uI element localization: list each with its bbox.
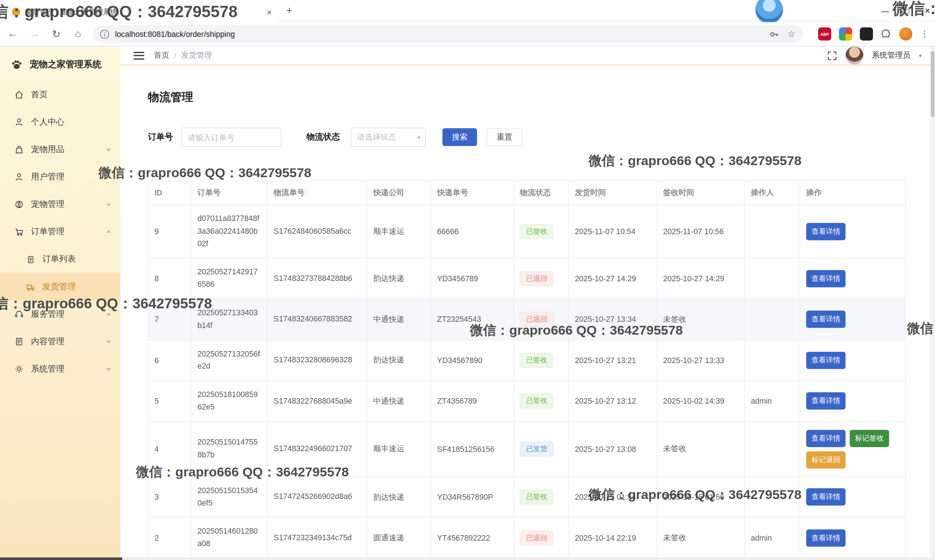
browser-tab[interactable]: 发货管理 - 宠物之家管理系统 × [6,3,278,22]
order-no-label: 订单号 [148,132,173,143]
status-label: 物流状态 [306,132,340,143]
logo: 宠物之家管理系统 [0,46,121,81]
bag-icon [14,145,24,154]
order-no-input[interactable] [181,128,281,146]
sidebar-item-shipping[interactable]: 发货管理 [0,273,121,300]
sidebar-item-orders[interactable]: 订单管理 [0,218,121,246]
view-detail-button[interactable]: 查看详情 [806,429,846,447]
status-badge: 已签收 [520,224,553,239]
chevron-down-icon: ▾ [417,134,420,140]
adblock-extension-icon[interactable]: ABP [818,28,831,40]
breadcrumb: 首页 / 发货管理 [154,50,212,61]
browser-toolbar: ← → ↻ ⌂ i localhost:8081/back/order/ship… [0,22,935,46]
bookmark-star-icon[interactable]: ☆ [787,29,795,39]
table-row: 7 20250527133403b14f S17483240667883582 … [148,299,906,340]
paw-logo-icon [9,57,24,72]
chevron-up-icon [105,228,112,235]
screen: 发货管理 - 宠物之家管理系统 × + — □ × ← → ↻ ⌂ i loca… [0,0,935,560]
headset-icon [14,309,24,319]
window-maximize-button[interactable]: □ [904,6,909,15]
chevron-down-icon [105,365,112,372]
browser-profile-avatar[interactable] [899,28,912,40]
status-badge: 已退回 [520,531,553,545]
new-tab-button[interactable]: + [286,5,292,17]
sidebar-item-content[interactable]: 内容管理 [0,328,121,355]
filter-bar: 订单号 物流状态 请选择状态 ▾ 搜索 重置 [148,128,906,146]
user-name[interactable]: 系统管理员 [872,50,910,61]
user-avatar[interactable] [846,46,863,64]
url-text[interactable]: localhost:8081/back/order/shipping [115,29,763,38]
reset-button[interactable]: 重置 [487,128,523,146]
chevron-down-icon [105,201,112,208]
view-detail-button[interactable]: 查看详情 [806,352,846,369]
fullscreen-icon[interactable] [827,51,837,61]
tab-favicon-icon [12,8,20,16]
status-badge: 已签收 [520,394,553,409]
sidebar-item-order-list[interactable]: 订单列表 [0,246,121,273]
mark-signed-button[interactable]: 标记签收 [850,429,889,447]
gear-icon [14,364,24,374]
status-badge: 已签收 [520,489,553,505]
floating-avatar [756,0,783,23]
bottom-strip [0,557,122,560]
scrollbar-thumb[interactable] [931,51,935,117]
url-bar[interactable]: i localhost:8081/back/order/shipping ☆ [93,25,803,43]
view-detail-button[interactable]: 查看详情 [806,223,846,240]
colorful-extension-icon[interactable] [839,28,852,40]
table-row: 8 202505271429176586 S174832737884288b6 … [148,258,906,299]
view-detail-button[interactable]: 查看详情 [806,393,846,410]
table-row: 4 202505150147558b7b S17483224966021707 … [148,422,906,476]
sidebar-item-profile[interactable]: 个人中心 [0,109,121,136]
pet-icon [14,200,24,209]
browser-menu-icon[interactable]: ⋮ [920,29,929,39]
dark-extension-icon[interactable] [860,28,873,40]
sidebar-item-system[interactable]: 系统管理 [0,355,121,383]
search-button[interactable]: 搜索 [443,128,477,146]
home-icon [14,90,24,99]
users-icon [14,172,24,182]
refresh-icon[interactable]: ↻ [49,28,63,40]
view-detail-button[interactable]: 查看详情 [806,270,846,287]
mark-returned-button[interactable]: 标记退回 [806,451,846,468]
status-select[interactable]: 请选择状态 ▾ [351,128,426,146]
bottom-strip [122,557,935,560]
sidebar-item-pet-supplies[interactable]: 宠物用品 [0,136,121,163]
view-detail-button[interactable]: 查看详情 [806,529,846,546]
cart-icon [14,227,24,237]
tab-close-icon[interactable]: × [267,7,272,17]
breadcrumb-home[interactable]: 首页 [154,50,169,61]
scrollbar[interactable] [930,46,935,557]
view-detail-button[interactable]: 查看详情 [806,311,846,328]
tab-title: 发货管理 - 宠物之家管理系统 [25,7,262,17]
page-title: 物流管理 [148,89,906,105]
app-title: 宠物之家管理系统 [30,59,101,70]
password-key-icon[interactable] [769,29,779,39]
view-detail-button[interactable]: 查看详情 [806,488,846,506]
home-icon[interactable]: ⌂ [71,28,85,40]
order-list-icon [26,255,35,264]
breadcrumb-current: 发货管理 [181,50,212,61]
status-badge: 已签收 [520,353,553,368]
window-minimize-button[interactable]: — [881,6,889,15]
back-icon[interactable]: ← [6,28,19,40]
extensions-puzzle-icon[interactable] [881,29,891,39]
user-caret-icon[interactable]: ▾ [919,52,922,59]
table-row: 5 2025051810085962e5 S17483227688045a9e … [148,381,906,422]
shipping-table: ID 订单号 物流单号 快递公司 快递单号 物流状态 发货时间 签收时间 操作人… [148,180,906,560]
content-icon [14,337,24,346]
site-info-icon[interactable]: i [100,29,109,38]
sidebar-item-users[interactable]: 用户管理 [0,163,121,191]
table-header-row: ID 订单号 物流单号 快递公司 快递单号 物流状态 发货时间 签收时间 操作人… [148,180,906,205]
collapse-menu-icon[interactable] [134,51,144,59]
status-badge: 已退回 [520,312,553,327]
truck-icon [26,282,35,291]
sidebar-item-pets[interactable]: 宠物管理 [0,191,121,218]
chevron-down-icon [105,338,112,345]
sidebar-item-home[interactable]: 首页 [0,81,121,109]
forward-icon[interactable]: → [28,28,41,40]
status-badge: 已发货 [520,442,553,457]
sidebar-item-services[interactable]: 服务管理 [0,301,121,328]
table-row: 3 202505150153540ef5 S1747245266902d8a6 … [148,476,906,517]
table-row: 6 20250527132056fe2d S17483232808696328 … [148,340,906,381]
window-close-button[interactable]: × [925,6,930,16]
